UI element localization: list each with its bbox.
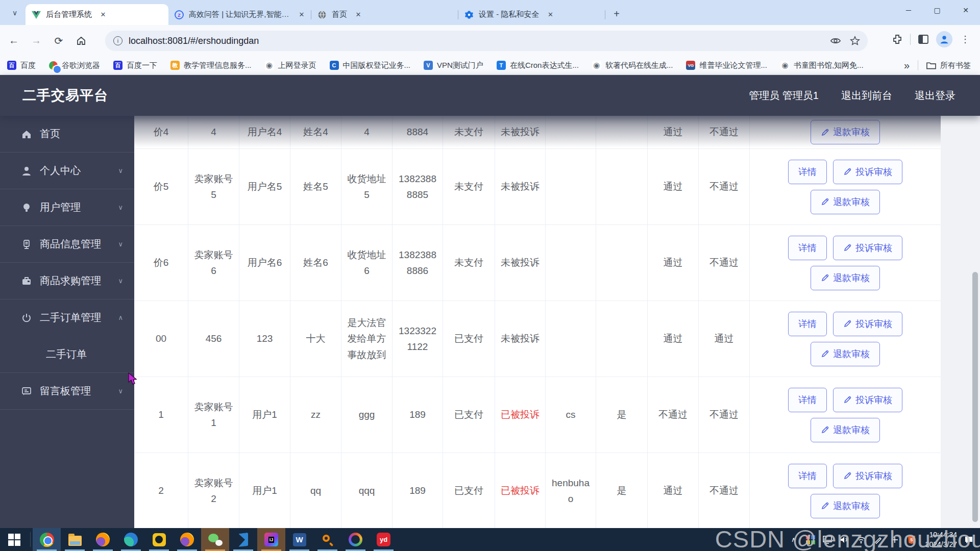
detail-button[interactable]: 详情 bbox=[788, 312, 827, 336]
bookmark-label: 教学管理信息服务... bbox=[184, 61, 252, 70]
chrome-app[interactable] bbox=[33, 528, 61, 551]
complaint-review-button[interactable]: 投诉审核 bbox=[833, 312, 902, 336]
sidebar-item-2[interactable]: 个人中心∨ bbox=[0, 153, 134, 189]
minimize-button[interactable]: ─ bbox=[894, 0, 923, 20]
refund-review-button[interactable]: 退款审核 bbox=[811, 266, 880, 290]
browser-tab-4[interactable]: 设置 - 隐私和安全✕ bbox=[458, 4, 605, 25]
complaint-review-button[interactable]: 投诉审核 bbox=[833, 236, 902, 260]
refund-review-button[interactable]: 退款审核 bbox=[811, 190, 880, 214]
bookmark-label: 维普毕业论文管理... bbox=[699, 61, 767, 70]
bookmark-item[interactable]: C中国版权登记业务... bbox=[330, 61, 411, 70]
sidebar-item-4[interactable]: 商品信息管理∨ bbox=[0, 226, 134, 262]
word-app[interactable]: W bbox=[285, 528, 313, 551]
sidebar-item-5[interactable]: 商品求购管理∨ bbox=[0, 263, 134, 299]
yellow-tool-app[interactable] bbox=[145, 528, 173, 551]
settings-gear-icon bbox=[464, 10, 474, 19]
firefox-app-2[interactable] bbox=[173, 528, 201, 551]
bookmark-item[interactable]: ◉软著代码在线生成... bbox=[592, 61, 673, 70]
refund-review-button[interactable]: 退款审核 bbox=[811, 342, 880, 366]
bookmark-star-icon[interactable] bbox=[847, 33, 863, 48]
home-icon[interactable] bbox=[72, 32, 90, 49]
search-tool-app[interactable] bbox=[313, 528, 341, 551]
side-panel-icon[interactable] bbox=[916, 32, 931, 47]
firefox-app[interactable] bbox=[89, 528, 117, 551]
tab-search-chevron-icon[interactable]: ∨ bbox=[7, 5, 22, 20]
actions-line-1: 详情投诉审核 bbox=[788, 464, 902, 488]
youdao-app[interactable]: yd bbox=[370, 528, 398, 551]
all-bookmarks-button[interactable]: 所有书签 bbox=[926, 61, 971, 70]
url-text[interactable]: localhost:8081/#/ershoudingdan bbox=[129, 36, 259, 46]
maximize-button[interactable]: ▢ bbox=[923, 0, 951, 20]
back-icon[interactable]: ← bbox=[5, 32, 22, 49]
actions-line-2: 退款审核 bbox=[811, 494, 880, 518]
wechat-app[interactable] bbox=[201, 528, 229, 551]
detail-button[interactable]: 详情 bbox=[788, 388, 827, 412]
tab-close-icon[interactable]: ✕ bbox=[353, 10, 363, 20]
browser-tab-3[interactable]: 首页✕ bbox=[311, 4, 458, 25]
sidebar-item-6[interactable]: 二手订单管理∧ bbox=[0, 299, 134, 336]
logout-link[interactable]: 退出登录 bbox=[915, 89, 955, 103]
table-cell: 189 bbox=[393, 377, 443, 453]
table-cell: 通过 bbox=[648, 453, 699, 528]
reload-icon[interactable]: ⟳ bbox=[50, 32, 67, 49]
sidebar-item-7[interactable]: 留言板管理∨ bbox=[0, 373, 134, 409]
refund-review-button[interactable]: 退款审核 bbox=[811, 120, 880, 144]
sidebar-item-3[interactable]: 用户管理∨ bbox=[0, 189, 134, 226]
chevron-down-icon: ∨ bbox=[118, 240, 123, 248]
bookmark-item[interactable]: ◉上网登录页 bbox=[265, 61, 316, 70]
bookmark-item[interactable]: 教教学管理信息服务... bbox=[170, 61, 252, 70]
table-cell: zz bbox=[290, 377, 341, 453]
forward-icon[interactable]: → bbox=[28, 32, 45, 49]
reading-mode-eye-icon[interactable] bbox=[828, 33, 843, 48]
detail-button[interactable]: 详情 bbox=[788, 464, 827, 488]
bookmark-item[interactable]: 百百度一下 bbox=[113, 61, 157, 70]
detail-button[interactable]: 详情 bbox=[788, 160, 827, 184]
bookmarks-overflow-icon[interactable]: » bbox=[904, 60, 910, 71]
tab-close-icon[interactable]: ✕ bbox=[98, 10, 108, 20]
table-cell: 卖家账号5 bbox=[188, 149, 239, 224]
profile-avatar[interactable] bbox=[936, 31, 952, 47]
complaint-review-button[interactable]: 投诉审核 bbox=[833, 160, 902, 184]
address-bar[interactable]: i localhost:8081/#/ershoudingdan bbox=[105, 31, 868, 51]
sidebar-item-1[interactable]: 首页 bbox=[0, 116, 134, 152]
exit-to-front-link[interactable]: 退出到前台 bbox=[841, 89, 892, 103]
sidebar-subitem[interactable]: 二手订单 bbox=[0, 336, 134, 372]
table-row: 1卖家账号1用户1zzggg189已支付已被投诉cs是不通过不通过详情投诉审核退… bbox=[134, 377, 941, 453]
bookmark-item[interactable]: VG维普毕业论文管理... bbox=[686, 61, 767, 70]
bookmark-label: 百度一下 bbox=[127, 61, 157, 70]
detail-button[interactable]: 详情 bbox=[788, 236, 827, 260]
edge-app[interactable] bbox=[117, 528, 145, 551]
bookmark-item[interactable]: T在线Cron表达式生... bbox=[497, 61, 579, 70]
browser-menu-dots-icon[interactable]: ⋮ bbox=[958, 32, 973, 47]
table-cell: 姓名5 bbox=[290, 149, 341, 224]
extensions-icon[interactable] bbox=[890, 32, 905, 47]
new-tab-button[interactable]: + bbox=[609, 7, 624, 21]
browser-tab-1[interactable]: 后台管理系统✕ bbox=[26, 4, 168, 25]
browser-tab-2[interactable]: Z高效问答 | 让知识无界,智能触手...✕ bbox=[168, 4, 311, 25]
refund-review-button[interactable]: 退款审核 bbox=[811, 494, 880, 518]
table-cell: ggg bbox=[341, 377, 393, 453]
table-row: 价44用户名4姓名448884未支付未被投诉通过不通过退款审核 bbox=[134, 116, 941, 149]
bookmark-item[interactable]: VVPN测试门户 bbox=[424, 61, 483, 70]
vgms-icon: VG bbox=[686, 61, 695, 70]
vscode-app[interactable] bbox=[229, 528, 257, 551]
table-cell: 13233221122 bbox=[393, 301, 443, 377]
close-button[interactable]: ✕ bbox=[951, 0, 980, 20]
navicat-app[interactable] bbox=[341, 528, 370, 551]
tab-close-icon[interactable]: ✕ bbox=[545, 10, 555, 20]
refund-review-button[interactable]: 退款审核 bbox=[811, 418, 880, 442]
bookmark-item[interactable]: ◉书童图书馆,知网免... bbox=[780, 61, 864, 70]
tab-close-icon[interactable]: ✕ bbox=[297, 10, 306, 20]
tab-title: 首页 bbox=[332, 10, 347, 19]
bookmark-item[interactable]: 百百度 bbox=[7, 61, 36, 70]
page-scrollbar[interactable] bbox=[972, 272, 978, 522]
start-button[interactable] bbox=[0, 528, 28, 551]
admin-user-label: 管理员 管理员1 bbox=[749, 89, 819, 103]
mouse-cursor bbox=[128, 372, 139, 388]
complaint-review-button[interactable]: 投诉审核 bbox=[833, 388, 902, 412]
file-explorer-app[interactable] bbox=[61, 528, 89, 551]
intellij-app[interactable]: IJ bbox=[257, 528, 285, 551]
site-info-icon[interactable]: i bbox=[113, 36, 122, 45]
bookmark-item[interactable]: 谷歌浏览器 bbox=[49, 61, 100, 70]
complaint-review-button[interactable]: 投诉审核 bbox=[833, 464, 902, 488]
